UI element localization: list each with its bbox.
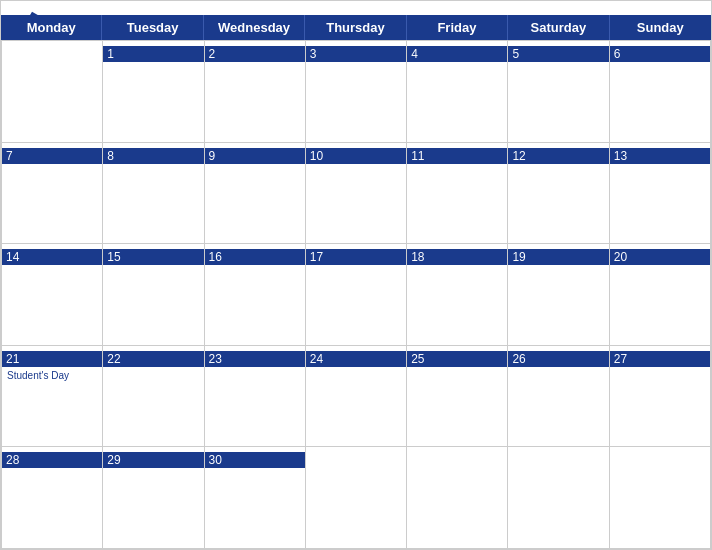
calendar-cell: 26 — [508, 346, 609, 448]
calendar-cell: 2 — [205, 41, 306, 143]
calendar-header — [1, 1, 711, 15]
calendar-cell: 13 — [610, 143, 711, 245]
cell-date: 28 — [2, 452, 102, 468]
calendar-cell: 22 — [103, 346, 204, 448]
calendar-cell: 11 — [407, 143, 508, 245]
cell-date: 9 — [205, 148, 305, 164]
day-headers: MondayTuesdayWednesdayThursdayFridaySatu… — [1, 15, 711, 40]
cell-date: 20 — [610, 249, 710, 265]
calendar-cell: 1 — [103, 41, 204, 143]
cell-date: 30 — [205, 452, 305, 468]
day-header-saturday: Saturday — [508, 15, 609, 40]
calendar-cell — [2, 41, 103, 143]
calendar-cell: 6 — [610, 41, 711, 143]
calendar-cell: 24 — [306, 346, 407, 448]
calendar-cell: 15 — [103, 244, 204, 346]
calendar-container: MondayTuesdayWednesdayThursdayFridaySatu… — [0, 0, 712, 550]
day-header-thursday: Thursday — [305, 15, 406, 40]
calendar-cell: 20 — [610, 244, 711, 346]
cell-date: 6 — [610, 46, 710, 62]
calendar-cell: 5 — [508, 41, 609, 143]
cell-date: 21 — [2, 351, 102, 367]
cell-date: 14 — [2, 249, 102, 265]
cell-date: 19 — [508, 249, 608, 265]
cell-date: 10 — [306, 148, 406, 164]
cell-date: 26 — [508, 351, 608, 367]
svg-marker-0 — [18, 12, 45, 26]
calendar-cell: 27 — [610, 346, 711, 448]
calendar-cell: 29 — [103, 447, 204, 549]
logo — [17, 9, 49, 33]
calendar-cell: 28 — [2, 447, 103, 549]
cell-date: 12 — [508, 148, 608, 164]
calendar-cell: 9 — [205, 143, 306, 245]
cell-date: 17 — [306, 249, 406, 265]
calendar-cell: 18 — [407, 244, 508, 346]
calendar-cell: 8 — [103, 143, 204, 245]
calendar-cell: 17 — [306, 244, 407, 346]
cell-date: 22 — [103, 351, 203, 367]
cell-date: 23 — [205, 351, 305, 367]
day-header-tuesday: Tuesday — [102, 15, 203, 40]
calendar-cell — [407, 447, 508, 549]
calendar-cell — [508, 447, 609, 549]
calendar-cell — [306, 447, 407, 549]
calendar-cell: 4 — [407, 41, 508, 143]
cell-date: 3 — [306, 46, 406, 62]
cell-date: 27 — [610, 351, 710, 367]
calendar-cell: 21Student's Day — [2, 346, 103, 448]
day-header-friday: Friday — [407, 15, 508, 40]
cell-date: 18 — [407, 249, 507, 265]
cell-date: 25 — [407, 351, 507, 367]
cell-date: 29 — [103, 452, 203, 468]
logo-bird-icon — [17, 9, 47, 29]
cell-date: 24 — [306, 351, 406, 367]
cell-date: 13 — [610, 148, 710, 164]
calendar-cell: 7 — [2, 143, 103, 245]
cell-date: 5 — [508, 46, 608, 62]
calendar-cell: 3 — [306, 41, 407, 143]
day-header-wednesday: Wednesday — [204, 15, 305, 40]
calendar-cell: 23 — [205, 346, 306, 448]
cell-date: 4 — [407, 46, 507, 62]
calendar-cell: 14 — [2, 244, 103, 346]
calendar-cell: 16 — [205, 244, 306, 346]
calendar-cell: 30 — [205, 447, 306, 549]
calendar-cell: 19 — [508, 244, 609, 346]
calendar-cell: 25 — [407, 346, 508, 448]
calendar-grid: 123456789101112131415161718192021Student… — [1, 40, 711, 549]
cell-date: 7 — [2, 148, 102, 164]
cell-date: 8 — [103, 148, 203, 164]
calendar-cell: 12 — [508, 143, 609, 245]
cell-date: 15 — [103, 249, 203, 265]
cell-date: 1 — [103, 46, 203, 62]
calendar-cell — [610, 447, 711, 549]
cell-event: Student's Day — [7, 370, 97, 381]
cell-date: 11 — [407, 148, 507, 164]
cell-date: 2 — [205, 46, 305, 62]
calendar-cell: 10 — [306, 143, 407, 245]
cell-date: 16 — [205, 249, 305, 265]
day-header-sunday: Sunday — [610, 15, 711, 40]
